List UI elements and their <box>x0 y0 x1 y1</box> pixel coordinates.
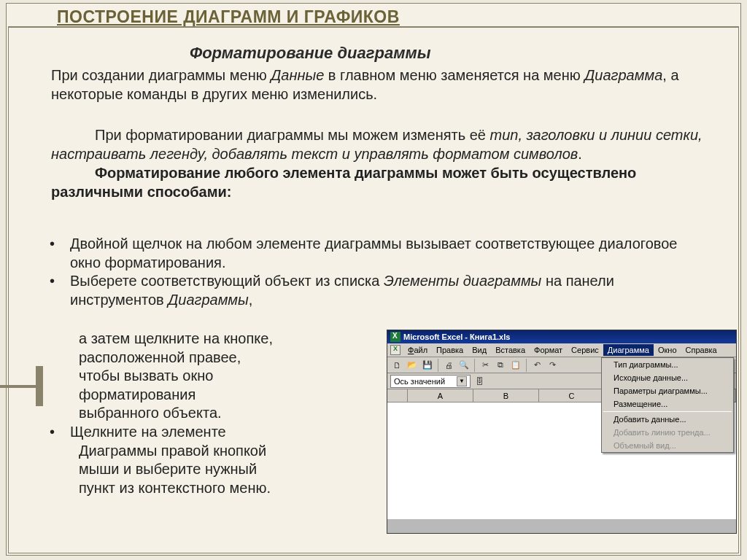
menu-item-add-trendline: Добавить линию тренда... <box>602 426 733 439</box>
bullet-2: Выберете соответствующий объект из списк… <box>70 272 697 309</box>
cont-line: расположенной правее, <box>79 349 385 368</box>
print-icon[interactable]: 🖨 <box>442 359 455 372</box>
col-b[interactable]: B <box>473 389 539 402</box>
menu-item-add-data[interactable]: Добавить данные... <box>602 413 733 426</box>
cont-line: выбранного объекта. <box>79 404 385 423</box>
continuation-column: а затем щелкните на кнопке, расположенно… <box>79 330 385 497</box>
text: При форматировании диаграммы мы можем из… <box>95 127 490 143</box>
excel-menubar: ФФайлайл Правка Вид Вставка Формат Серви… <box>387 343 736 357</box>
text-bold: Форматирование любого элемента диаграммы… <box>51 165 636 200</box>
bullet-1: Двойной щелчок на любом элементе диаграм… <box>70 235 697 272</box>
excel-app-icon <box>390 332 400 342</box>
paragraph-2: При форматировании диаграммы мы можем из… <box>51 125 708 201</box>
undo-icon[interactable]: ↶ <box>530 359 543 372</box>
select-all-corner[interactable] <box>387 389 408 402</box>
document-icon <box>390 345 400 355</box>
menu-chart[interactable]: Диаграмма <box>603 344 654 356</box>
menu-format[interactable]: Формат <box>530 344 567 356</box>
cut-icon[interactable]: ✂ <box>479 359 492 372</box>
redo-icon[interactable]: ↷ <box>546 359 559 372</box>
text: . <box>578 146 582 162</box>
text-italic: Диаграмма <box>584 67 662 83</box>
cont-line: а затем щелкните на кнопке, <box>79 330 385 349</box>
decor-side-line <box>0 385 36 388</box>
menu-file[interactable]: ФФайлайл <box>403 344 432 356</box>
new-icon[interactable]: 🗋 <box>390 359 403 372</box>
bullet-dot: • <box>50 423 70 442</box>
copy-icon[interactable]: ⧉ <box>494 359 507 372</box>
col-a[interactable]: A <box>408 389 473 402</box>
bullet-3: Щелкните на элементе <box>70 424 226 440</box>
menu-help[interactable]: Справка <box>681 344 721 356</box>
bullet-list: •Двойной щелчок на любом элементе диагра… <box>50 235 706 309</box>
menu-item-placement[interactable]: Размещение... <box>602 397 733 411</box>
menu-window[interactable]: Окно <box>654 344 681 356</box>
menu-tools[interactable]: Сервис <box>567 344 603 356</box>
preview-icon[interactable]: 🔍 <box>457 359 471 372</box>
text: При создании диаграммы меню <box>51 67 271 83</box>
menu-item-chart-type[interactable]: Тип диаграммы... <box>602 358 733 371</box>
menu-insert[interactable]: Вставка <box>491 344 530 356</box>
bullet-dot: • <box>50 272 70 291</box>
menu-item-3d-view: Объемный вид... <box>602 439 733 452</box>
col-c[interactable]: C <box>539 389 605 402</box>
page-subtitle: Форматирование диаграммы <box>190 44 430 63</box>
chart-menu-dropdown: Тип диаграммы... Исходные данные... Пара… <box>601 357 734 453</box>
chart-elements-combo[interactable]: Ось значений ▼ <box>390 375 471 388</box>
cont-line: Диаграммы правой кнопкой <box>79 442 385 461</box>
paste-icon[interactable]: 📋 <box>509 359 522 372</box>
paragraph-1: При создании диаграммы меню Данные в гла… <box>51 66 693 104</box>
cont-line: пункт из контекстного меню. <box>79 479 385 498</box>
format-selection-icon[interactable]: 🗄 <box>473 375 486 388</box>
page-title: ПОСТРОЕНИЕ ДИАГРАММ И ГРАФИКОВ <box>57 7 400 27</box>
chevron-down-icon[interactable]: ▼ <box>457 376 467 386</box>
cont-line: форматирования <box>79 386 385 405</box>
combo-value: Ось значений <box>394 377 445 386</box>
menu-item-source-data[interactable]: Исходные данные... <box>602 371 733 384</box>
bullet-dot: • <box>50 235 70 254</box>
open-icon[interactable]: 📂 <box>406 359 419 372</box>
menu-view[interactable]: Вид <box>468 344 491 356</box>
menu-edit[interactable]: Правка <box>432 344 468 356</box>
menu-item-chart-options[interactable]: Параметры диаграммы... <box>602 384 733 397</box>
cont-line: чтобы вызвать окно <box>79 367 385 386</box>
excel-title: Microsoft Excel - Книга1.xls <box>403 332 510 341</box>
menu-separator <box>603 411 732 412</box>
excel-titlebar[interactable]: Microsoft Excel - Книга1.xls <box>387 330 736 343</box>
cont-line: мыши и выберите нужный <box>79 460 385 479</box>
decor-side-bar <box>36 366 43 406</box>
text-italic: Данные <box>271 67 324 83</box>
save-icon[interactable]: 💾 <box>421 359 434 372</box>
text: в главном меню заменяется на меню <box>324 67 584 83</box>
excel-window: Microsoft Excel - Книга1.xls ФФайлайл Пр… <box>387 330 737 534</box>
